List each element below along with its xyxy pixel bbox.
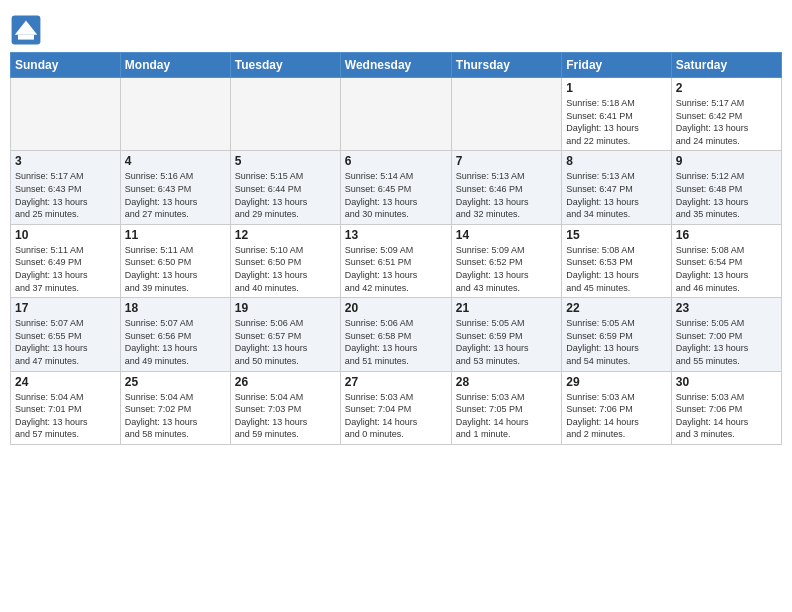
calendar-day: 13Sunrise: 5:09 AM Sunset: 6:51 PM Dayli… xyxy=(340,224,451,297)
calendar-day xyxy=(451,78,561,151)
day-info: Sunrise: 5:03 AM Sunset: 7:05 PM Dayligh… xyxy=(456,391,557,441)
day-number: 10 xyxy=(15,228,116,242)
calendar-day: 5Sunrise: 5:15 AM Sunset: 6:44 PM Daylig… xyxy=(230,151,340,224)
weekday-header-thursday: Thursday xyxy=(451,53,561,78)
day-number: 21 xyxy=(456,301,557,315)
calendar-day: 20Sunrise: 5:06 AM Sunset: 6:58 PM Dayli… xyxy=(340,298,451,371)
day-number: 30 xyxy=(676,375,777,389)
calendar-day: 2Sunrise: 5:17 AM Sunset: 6:42 PM Daylig… xyxy=(671,78,781,151)
day-number: 20 xyxy=(345,301,447,315)
day-number: 14 xyxy=(456,228,557,242)
weekday-header-row: SundayMondayTuesdayWednesdayThursdayFrid… xyxy=(11,53,782,78)
calendar-week-4: 17Sunrise: 5:07 AM Sunset: 6:55 PM Dayli… xyxy=(11,298,782,371)
day-number: 17 xyxy=(15,301,116,315)
day-number: 11 xyxy=(125,228,226,242)
day-number: 19 xyxy=(235,301,336,315)
calendar-week-3: 10Sunrise: 5:11 AM Sunset: 6:49 PM Dayli… xyxy=(11,224,782,297)
day-info: Sunrise: 5:03 AM Sunset: 7:04 PM Dayligh… xyxy=(345,391,447,441)
day-number: 26 xyxy=(235,375,336,389)
calendar-day: 27Sunrise: 5:03 AM Sunset: 7:04 PM Dayli… xyxy=(340,371,451,444)
calendar-day: 15Sunrise: 5:08 AM Sunset: 6:53 PM Dayli… xyxy=(562,224,671,297)
calendar-day: 8Sunrise: 5:13 AM Sunset: 6:47 PM Daylig… xyxy=(562,151,671,224)
day-number: 9 xyxy=(676,154,777,168)
day-number: 5 xyxy=(235,154,336,168)
weekday-header-saturday: Saturday xyxy=(671,53,781,78)
day-number: 28 xyxy=(456,375,557,389)
day-info: Sunrise: 5:03 AM Sunset: 7:06 PM Dayligh… xyxy=(676,391,777,441)
day-number: 23 xyxy=(676,301,777,315)
day-number: 22 xyxy=(566,301,666,315)
calendar-day: 25Sunrise: 5:04 AM Sunset: 7:02 PM Dayli… xyxy=(120,371,230,444)
calendar-day xyxy=(120,78,230,151)
calendar-day: 11Sunrise: 5:11 AM Sunset: 6:50 PM Dayli… xyxy=(120,224,230,297)
calendar-day: 28Sunrise: 5:03 AM Sunset: 7:05 PM Dayli… xyxy=(451,371,561,444)
day-info: Sunrise: 5:04 AM Sunset: 7:01 PM Dayligh… xyxy=(15,391,116,441)
calendar-table: SundayMondayTuesdayWednesdayThursdayFrid… xyxy=(10,52,782,445)
calendar-day: 10Sunrise: 5:11 AM Sunset: 6:49 PM Dayli… xyxy=(11,224,121,297)
calendar-day: 17Sunrise: 5:07 AM Sunset: 6:55 PM Dayli… xyxy=(11,298,121,371)
logo xyxy=(10,14,46,46)
calendar-day: 7Sunrise: 5:13 AM Sunset: 6:46 PM Daylig… xyxy=(451,151,561,224)
calendar-day: 30Sunrise: 5:03 AM Sunset: 7:06 PM Dayli… xyxy=(671,371,781,444)
day-info: Sunrise: 5:12 AM Sunset: 6:48 PM Dayligh… xyxy=(676,170,777,220)
day-info: Sunrise: 5:08 AM Sunset: 6:54 PM Dayligh… xyxy=(676,244,777,294)
day-info: Sunrise: 5:13 AM Sunset: 6:46 PM Dayligh… xyxy=(456,170,557,220)
day-info: Sunrise: 5:14 AM Sunset: 6:45 PM Dayligh… xyxy=(345,170,447,220)
day-number: 27 xyxy=(345,375,447,389)
day-info: Sunrise: 5:16 AM Sunset: 6:43 PM Dayligh… xyxy=(125,170,226,220)
weekday-header-tuesday: Tuesday xyxy=(230,53,340,78)
day-info: Sunrise: 5:06 AM Sunset: 6:57 PM Dayligh… xyxy=(235,317,336,367)
day-number: 18 xyxy=(125,301,226,315)
day-info: Sunrise: 5:17 AM Sunset: 6:42 PM Dayligh… xyxy=(676,97,777,147)
svg-rect-2 xyxy=(18,35,34,40)
calendar-day: 24Sunrise: 5:04 AM Sunset: 7:01 PM Dayli… xyxy=(11,371,121,444)
calendar-day: 4Sunrise: 5:16 AM Sunset: 6:43 PM Daylig… xyxy=(120,151,230,224)
day-number: 24 xyxy=(15,375,116,389)
calendar-day: 16Sunrise: 5:08 AM Sunset: 6:54 PM Dayli… xyxy=(671,224,781,297)
calendar-day: 1Sunrise: 5:18 AM Sunset: 6:41 PM Daylig… xyxy=(562,78,671,151)
calendar-day: 18Sunrise: 5:07 AM Sunset: 6:56 PM Dayli… xyxy=(120,298,230,371)
calendar-day: 3Sunrise: 5:17 AM Sunset: 6:43 PM Daylig… xyxy=(11,151,121,224)
day-info: Sunrise: 5:10 AM Sunset: 6:50 PM Dayligh… xyxy=(235,244,336,294)
day-number: 16 xyxy=(676,228,777,242)
day-number: 7 xyxy=(456,154,557,168)
day-info: Sunrise: 5:07 AM Sunset: 6:55 PM Dayligh… xyxy=(15,317,116,367)
calendar-day: 6Sunrise: 5:14 AM Sunset: 6:45 PM Daylig… xyxy=(340,151,451,224)
calendar-day: 14Sunrise: 5:09 AM Sunset: 6:52 PM Dayli… xyxy=(451,224,561,297)
calendar-day: 9Sunrise: 5:12 AM Sunset: 6:48 PM Daylig… xyxy=(671,151,781,224)
day-info: Sunrise: 5:09 AM Sunset: 6:51 PM Dayligh… xyxy=(345,244,447,294)
calendar-day: 19Sunrise: 5:06 AM Sunset: 6:57 PM Dayli… xyxy=(230,298,340,371)
day-info: Sunrise: 5:04 AM Sunset: 7:03 PM Dayligh… xyxy=(235,391,336,441)
calendar-week-2: 3Sunrise: 5:17 AM Sunset: 6:43 PM Daylig… xyxy=(11,151,782,224)
day-info: Sunrise: 5:05 AM Sunset: 6:59 PM Dayligh… xyxy=(456,317,557,367)
day-number: 29 xyxy=(566,375,666,389)
calendar-day: 23Sunrise: 5:05 AM Sunset: 7:00 PM Dayli… xyxy=(671,298,781,371)
day-number: 13 xyxy=(345,228,447,242)
calendar-day xyxy=(340,78,451,151)
calendar-week-1: 1Sunrise: 5:18 AM Sunset: 6:41 PM Daylig… xyxy=(11,78,782,151)
day-info: Sunrise: 5:08 AM Sunset: 6:53 PM Dayligh… xyxy=(566,244,666,294)
day-info: Sunrise: 5:07 AM Sunset: 6:56 PM Dayligh… xyxy=(125,317,226,367)
day-info: Sunrise: 5:04 AM Sunset: 7:02 PM Dayligh… xyxy=(125,391,226,441)
day-info: Sunrise: 5:17 AM Sunset: 6:43 PM Dayligh… xyxy=(15,170,116,220)
day-info: Sunrise: 5:11 AM Sunset: 6:50 PM Dayligh… xyxy=(125,244,226,294)
day-number: 15 xyxy=(566,228,666,242)
day-info: Sunrise: 5:11 AM Sunset: 6:49 PM Dayligh… xyxy=(15,244,116,294)
day-number: 8 xyxy=(566,154,666,168)
day-number: 6 xyxy=(345,154,447,168)
day-info: Sunrise: 5:15 AM Sunset: 6:44 PM Dayligh… xyxy=(235,170,336,220)
day-info: Sunrise: 5:03 AM Sunset: 7:06 PM Dayligh… xyxy=(566,391,666,441)
day-info: Sunrise: 5:05 AM Sunset: 6:59 PM Dayligh… xyxy=(566,317,666,367)
day-number: 25 xyxy=(125,375,226,389)
calendar-day xyxy=(11,78,121,151)
weekday-header-sunday: Sunday xyxy=(11,53,121,78)
calendar-day: 26Sunrise: 5:04 AM Sunset: 7:03 PM Dayli… xyxy=(230,371,340,444)
page-header xyxy=(10,10,782,46)
day-info: Sunrise: 5:05 AM Sunset: 7:00 PM Dayligh… xyxy=(676,317,777,367)
calendar-week-5: 24Sunrise: 5:04 AM Sunset: 7:01 PM Dayli… xyxy=(11,371,782,444)
day-number: 12 xyxy=(235,228,336,242)
calendar-day xyxy=(230,78,340,151)
day-info: Sunrise: 5:06 AM Sunset: 6:58 PM Dayligh… xyxy=(345,317,447,367)
day-number: 4 xyxy=(125,154,226,168)
logo-icon xyxy=(10,14,42,46)
